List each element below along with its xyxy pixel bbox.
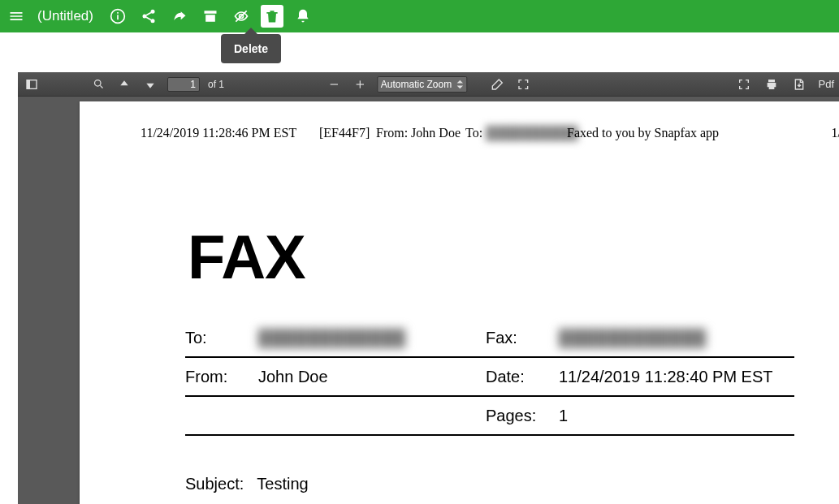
header-datetime: 11/24/2019 11:28:46 PM EST: [141, 126, 296, 140]
bell-icon[interactable]: [292, 5, 314, 28]
header-page-count: 1/1: [832, 126, 839, 140]
delete-tooltip: Delete: [221, 34, 281, 63]
svg-rect-7: [27, 80, 30, 88]
print-icon[interactable]: [763, 75, 781, 93]
menu-icon[interactable]: [5, 5, 28, 28]
zoom-in-icon[interactable]: [351, 75, 369, 93]
zoom-select[interactable]: Automatic Zoom: [377, 76, 467, 93]
share-icon[interactable]: [137, 5, 160, 28]
document-title: (Untitled): [37, 8, 93, 24]
download-icon[interactable]: [790, 75, 808, 93]
svg-point-3: [150, 10, 154, 14]
pdf-viewer: of 1 Automatic Zoom: [18, 72, 839, 504]
table-row: From: John Doe Date: 11/24/2019 11:28:40…: [185, 358, 794, 397]
fax-label: Fax:: [486, 329, 559, 347]
to-value: ████████████: [258, 329, 486, 347]
search-icon[interactable]: [89, 75, 107, 93]
to-label: To:: [185, 329, 258, 347]
page-down-icon[interactable]: [141, 75, 159, 93]
header-from: From: John Doe: [376, 126, 461, 140]
svg-rect-2: [117, 12, 119, 14]
pdf-page: 11/24/2019 11:28:46 PM EST [EF44F7] From…: [80, 101, 839, 504]
page-total-label: of 1: [208, 79, 224, 90]
info-icon[interactable]: [106, 5, 129, 28]
tooltip-text: Delete: [234, 42, 268, 55]
from-label: From:: [185, 368, 258, 386]
eraser-icon[interactable]: [488, 75, 506, 93]
fax-details-table: To: ████████████ Fax: ████████████ From:…: [185, 319, 794, 436]
format-label: Pdf: [818, 78, 834, 90]
from-value: John Doe: [258, 368, 486, 386]
delete-button[interactable]: [261, 5, 283, 28]
app-toolbar: (Untitled): [0, 0, 839, 32]
fax-value: ████████████: [559, 329, 794, 347]
hide-icon[interactable]: [230, 5, 253, 28]
subject-row: Subject: Testing: [185, 475, 309, 493]
svg-rect-1: [117, 15, 119, 19]
crop-icon[interactable]: [514, 75, 532, 93]
pages-label: Pages:: [486, 407, 559, 425]
archive-icon[interactable]: [199, 5, 222, 28]
pdf-toolbar: of 1 Automatic Zoom: [18, 72, 839, 97]
fullscreen-icon[interactable]: [735, 75, 753, 93]
fax-heading: FAX: [188, 222, 305, 292]
forward-icon[interactable]: [168, 5, 191, 28]
date-value: 11/24/2019 11:28:40 PM EST: [559, 368, 794, 386]
header-to: To: ██████████: [465, 126, 577, 140]
sidebar-toggle-icon[interactable]: [23, 75, 41, 93]
table-row: To: ████████████ Fax: ████████████: [185, 319, 794, 358]
page-number-input[interactable]: [167, 77, 200, 92]
svg-rect-9: [330, 84, 337, 84]
header-ref: [EF44F7]: [319, 126, 370, 140]
svg-point-8: [94, 80, 101, 87]
svg-rect-11: [359, 80, 360, 88]
subject-label: Subject:: [185, 475, 244, 493]
svg-point-4: [142, 15, 146, 19]
pages-value: 1: [559, 407, 794, 425]
pdf-page-area: 11/24/2019 11:28:46 PM EST [EF44F7] From…: [18, 97, 839, 504]
date-label: Date:: [486, 368, 559, 386]
header-note: Faxed to you by Snapfax app: [567, 126, 719, 140]
subject-value: Testing: [257, 475, 308, 493]
zoom-value: Automatic Zoom: [381, 79, 452, 90]
page-up-icon[interactable]: [115, 75, 133, 93]
zoom-out-icon[interactable]: [325, 75, 343, 93]
table-row: Pages: 1: [185, 397, 794, 436]
svg-point-5: [150, 19, 154, 23]
